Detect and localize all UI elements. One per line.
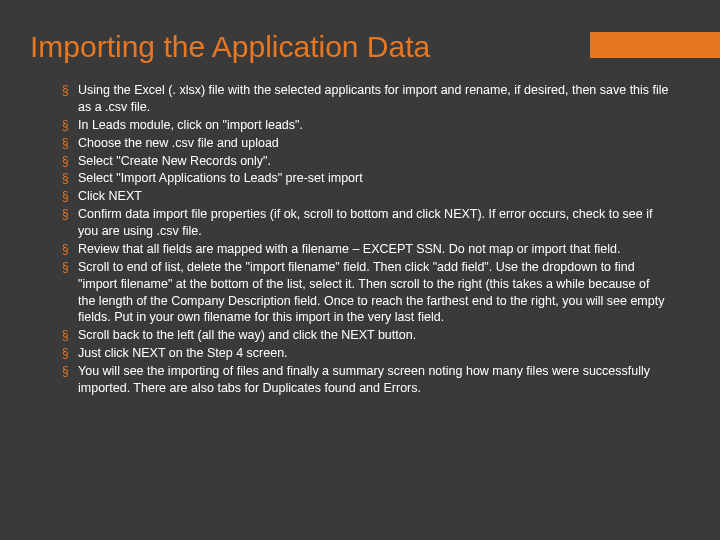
- list-item: Choose the new .csv file and upload: [78, 135, 670, 152]
- accent-bar: [590, 32, 720, 58]
- list-item: Select "Create New Records only".: [78, 153, 670, 170]
- list-item: Using the Excel (. xlsx) file with the s…: [78, 82, 670, 116]
- list-item: In Leads module, click on "import leads"…: [78, 117, 670, 134]
- list-item: Scroll to end of list, delete the "impor…: [78, 259, 670, 327]
- list-item: Select "Import Applications to Leads" pr…: [78, 170, 670, 187]
- list-item: You will see the importing of files and …: [78, 363, 670, 397]
- bullet-list: Using the Excel (. xlsx) file with the s…: [78, 82, 670, 397]
- list-item: Click NEXT: [78, 188, 670, 205]
- content-area: Using the Excel (. xlsx) file with the s…: [0, 82, 720, 397]
- list-item: Confirm data import file properties (if …: [78, 206, 670, 240]
- list-item: Review that all fields are mapped with a…: [78, 241, 670, 258]
- list-item: Scroll back to the left (all the way) an…: [78, 327, 670, 344]
- list-item: Just click NEXT on the Step 4 screen.: [78, 345, 670, 362]
